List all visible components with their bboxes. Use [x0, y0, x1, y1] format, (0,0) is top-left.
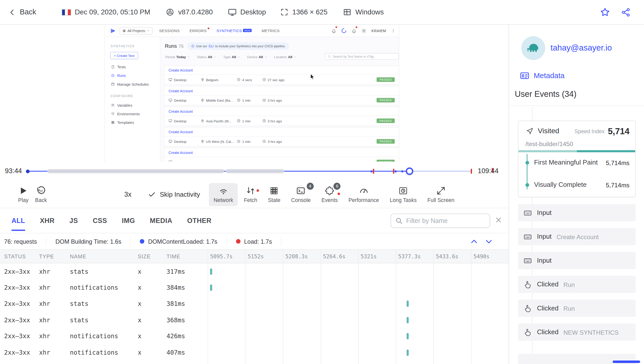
scrollbar-thumb[interactable]: [613, 360, 640, 363]
metadata-button[interactable]: Metadata: [520, 71, 565, 81]
filter-input[interactable]: [406, 217, 485, 224]
run-row[interactable]: Desktop US West (N. Cal... 1 min 3 hrs a…: [164, 136, 399, 146]
input-event-card[interactable]: Input Create Account: [518, 228, 636, 245]
templates-grid-icon: [111, 121, 115, 124]
network-row[interactable]: 2xx–3xx xhr stats x 381ms: [0, 296, 509, 312]
share-icon[interactable]: [621, 7, 631, 17]
fetch-panel-button[interactable]: Fetch: [239, 183, 262, 206]
jump-previous-icon[interactable]: [469, 237, 479, 246]
filter-device[interactable]: DeviceAll: [247, 55, 267, 59]
run-name-link[interactable]: Create Account: [164, 66, 399, 74]
col-time: TIME: [166, 253, 208, 259]
full-screen-button[interactable]: Full Screen: [423, 183, 459, 206]
jump-next-icon[interactable]: [484, 237, 493, 246]
run-name-link[interactable]: Create Account: [164, 148, 399, 157]
tab-xhr[interactable]: XHR: [40, 210, 55, 231]
banner-text-post: to include your Synthetics into your CI/…: [215, 44, 285, 48]
events-panel-button[interactable]: 6 Events: [317, 183, 342, 206]
run-row[interactable]: Desktop Middle East (Ba... 1 min 3 hrs a…: [164, 95, 399, 105]
performance-panel-button[interactable]: Performance: [344, 183, 384, 206]
sidebar-item-manage-schedules[interactable]: Manage Schedules: [105, 80, 160, 88]
network-row[interactable]: 2xx–3xx xhr notifications x 384ms: [0, 280, 509, 296]
clicked-event-card[interactable]: Clicked Run: [518, 276, 636, 293]
player-timeline[interactable]: 93:44 109:44: [0, 162, 509, 181]
filter-location[interactable]: LocationAll: [274, 55, 296, 59]
dom-building-time: DOM Building Time: 1.6s: [46, 237, 131, 246]
row-size: x: [138, 349, 166, 356]
tab-metrics[interactable]: METRICS: [262, 29, 280, 33]
tab-img[interactable]: IMG: [122, 210, 135, 231]
metadata-label: Metadata: [534, 71, 564, 80]
row-status: 2xx–3xx: [0, 268, 39, 275]
filter-type-label: Type: [223, 55, 231, 59]
tab-errors[interactable]: ERRORS: [189, 29, 207, 33]
filter-type[interactable]: TypeAll: [223, 55, 240, 59]
input-event-card[interactable]: Input: [518, 252, 636, 269]
run-row[interactable]: PASSED: [164, 157, 399, 162]
visited-event-card[interactable]: Visited Speed Index 5,714 /test-builder/…: [518, 121, 636, 197]
sidebar-item-environments[interactable]: Environments: [105, 109, 160, 118]
network-row[interactable]: 2xx–3xx xhr notifications x 407ms: [0, 345, 509, 361]
filter-period[interactable]: PeriodToday: [165, 55, 190, 59]
favorite-star-icon[interactable]: [600, 7, 610, 17]
filter-box[interactable]: [391, 214, 490, 228]
project-selector[interactable]: All Projects: [120, 27, 153, 34]
row-status: 2xx–3xx: [0, 300, 39, 308]
user-menu[interactable]: KRAIEM: [371, 29, 386, 33]
console-panel-button[interactable]: 4 Console: [287, 183, 315, 206]
tab-css[interactable]: CSS: [93, 210, 107, 231]
user-email[interactable]: tahay@asayer.io: [551, 43, 612, 53]
visited-label: Visited: [538, 127, 559, 135]
input-event-card[interactable]: Input: [518, 204, 636, 221]
cli-info-banner: Use our CLI to include your Synthetics i…: [187, 42, 289, 50]
play-button[interactable]: Play: [18, 186, 29, 203]
run-name-link[interactable]: Create Account: [164, 128, 399, 136]
pointer-icon: [523, 328, 532, 336]
tab-media[interactable]: MEDIA: [150, 210, 172, 231]
notifications-dot: [356, 26, 358, 28]
run-search-input[interactable]: [333, 55, 396, 58]
run-search-box[interactable]: [325, 53, 399, 60]
cli-link[interactable]: CLI: [209, 44, 213, 48]
skip-back-button[interactable]: 10 Back: [35, 186, 47, 203]
run-row[interactable]: Desktop Asia Pacific (M... 1 min 3 hrs a…: [164, 116, 399, 125]
sidebar-item-variables[interactable]: Variables: [105, 101, 160, 109]
tab-other[interactable]: OTHER: [187, 210, 211, 231]
announcements-icon[interactable]: [332, 27, 337, 34]
network-row[interactable]: 2xx–3xx xhr stats x 317ms: [0, 263, 509, 280]
status-badge: PASSED: [377, 160, 394, 162]
col-timeline: 5433.6s: [433, 253, 471, 259]
run-name-link[interactable]: Create Account: [164, 86, 399, 95]
run-name-link[interactable]: Create Account: [164, 107, 399, 116]
network-row[interactable]: 2xx–3xx xhr stats x 368ms: [0, 312, 509, 328]
row-type: xhr: [39, 300, 70, 308]
long-tasks-panel-button[interactable]: Long Tasks: [385, 183, 421, 206]
filter-status[interactable]: StatusAll: [197, 55, 216, 59]
clicked-event-card[interactable]: Clicked NEW SYNTHETICS: [518, 324, 636, 341]
create-test-button[interactable]: + Create Test: [110, 52, 138, 59]
playback-speed-button[interactable]: 3x: [124, 191, 131, 198]
row-type: xhr: [39, 333, 70, 340]
close-panel-icon[interactable]: [494, 216, 502, 224]
tab-synthetics[interactable]: SYNTHETICSNEW: [216, 29, 252, 33]
sidebar-item-runs[interactable]: Runs: [105, 71, 160, 80]
playhead-handle[interactable]: [406, 168, 413, 175]
skip-inactivity-toggle[interactable]: Skip Inactivity: [148, 191, 200, 198]
state-panel-button[interactable]: State: [263, 183, 285, 206]
events-alert-dot: [337, 192, 341, 195]
run-row[interactable]: Desktop Belgium 4 secs 27 sec ago PASSED: [164, 75, 399, 84]
network-panel-button[interactable]: Network: [209, 183, 238, 206]
waterfall-track: [208, 345, 509, 361]
tab-all[interactable]: ALL: [12, 210, 25, 231]
settings-gear-icon[interactable]: [362, 28, 367, 33]
timeline-track-remaining[interactable]: [409, 171, 472, 172]
clicked-event-card[interactable]: Clicked Run: [518, 300, 636, 317]
tab-js[interactable]: JS: [69, 210, 78, 231]
kebab-menu-icon[interactable]: [391, 28, 395, 33]
sidebar-item-templates[interactable]: Templates: [105, 118, 160, 127]
sidebar-item-tests[interactable]: Tests: [105, 62, 160, 71]
network-row[interactable]: 2xx–3xx xhr notifications x 426ms: [0, 328, 509, 344]
tab-sessions[interactable]: SESSIONS: [159, 29, 180, 33]
notifications-bell-icon[interactable]: [352, 27, 357, 34]
back-button[interactable]: Back: [8, 8, 36, 16]
